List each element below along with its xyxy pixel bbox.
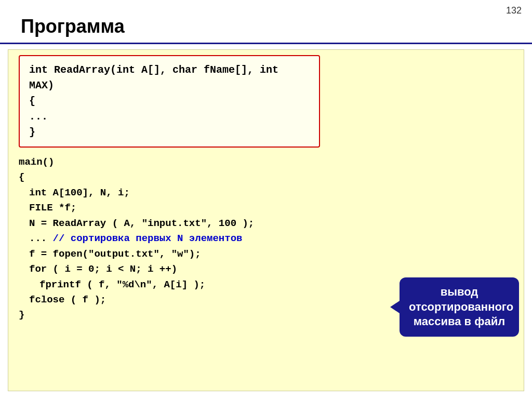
function-line-1: int ReadArray(int A[], char fName[], int… xyxy=(29,62,310,94)
code-line-readarray: N = ReadArray ( A, "input.txt", 100 ); xyxy=(19,216,513,231)
code-line-fopen: f = fopen("output.txt", "w"); xyxy=(19,247,513,262)
code-line-file: FILE *f; xyxy=(19,201,513,216)
code-line-for: for ( i = 0; i < N; i ++) xyxy=(19,262,513,277)
function-line-3: ... xyxy=(29,109,310,125)
comment-text: // сортировка первых N элементов xyxy=(53,233,243,244)
page-number: 132 xyxy=(506,5,522,16)
page-title: Программа xyxy=(21,16,125,37)
code-line-comment: ... // сортировка первых N элементов xyxy=(19,231,513,246)
tooltip-bubble: вывод отсортированного массива в файл xyxy=(400,277,519,337)
function-line-4: } xyxy=(29,125,310,140)
title-underline xyxy=(0,43,532,44)
code-line-open-brace: { xyxy=(19,170,513,185)
function-line-2: { xyxy=(29,94,310,109)
main-content: int ReadArray(int A[], char fName[], int… xyxy=(8,49,524,391)
function-signature-box: int ReadArray(int A[], char fName[], int… xyxy=(19,55,320,148)
code-line-main: main() xyxy=(19,155,513,170)
code-line-int-array: int A[100], N, i; xyxy=(19,185,513,201)
